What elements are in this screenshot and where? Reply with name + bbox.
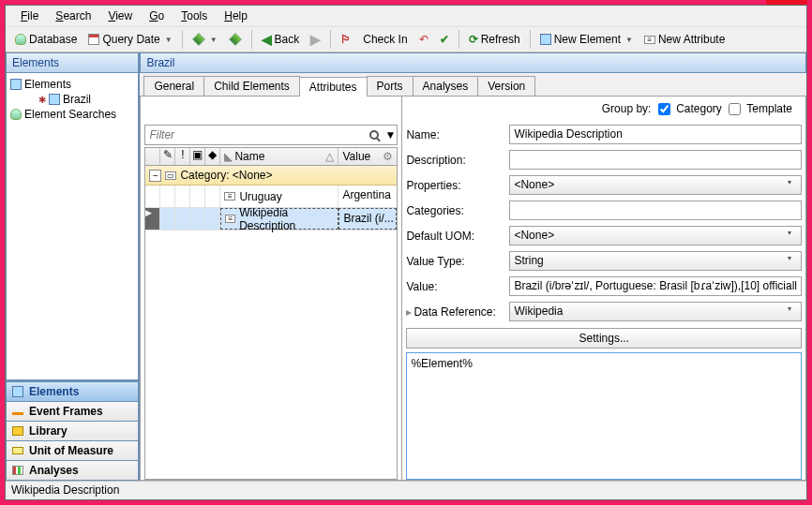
categories-field[interactable] <box>509 201 802 220</box>
tree-element-searches[interactable]: Element Searches <box>8 107 136 122</box>
tab-version[interactable]: Version <box>477 76 535 96</box>
left-column: Elements Elements ✱ Brazil Element Searc… <box>6 52 140 481</box>
statusbar: Wikipedia Description <box>6 481 806 499</box>
tree-root-elements[interactable]: Elements <box>8 77 136 92</box>
element-icon <box>540 34 551 45</box>
checkmark-icon: 🏳 <box>340 33 352 46</box>
tree-item-brazil[interactable]: ✱ Brazil <box>37 92 136 107</box>
col-ref-icon[interactable]: ◆ <box>205 148 220 165</box>
groupby-category-checkbox[interactable] <box>658 103 670 115</box>
nav-library[interactable]: Library <box>7 421 138 440</box>
query-date-button[interactable]: Query Date▼ <box>84 31 175 48</box>
value-field[interactable]: Brazil (i/brəˈzɪl/, Portuguese: Brasil [… <box>509 276 802 296</box>
ruler-icon <box>12 447 23 454</box>
forward-button[interactable]: ▶ <box>307 30 324 49</box>
database-button[interactable]: Database <box>11 31 81 48</box>
attribute-icon: ≡ <box>225 215 235 223</box>
col-lock-icon[interactable]: ! <box>175 148 190 165</box>
left-nav: Elements Event Frames Library Unit of Me… <box>6 380 139 481</box>
valuetype-dropdown[interactable]: String▾ <box>509 251 802 271</box>
dataref-label: Data Reference: <box>414 305 509 319</box>
attribute-icon: ≡ <box>224 192 235 201</box>
dataref-dropdown[interactable]: Wikipedia▾ <box>509 302 802 321</box>
event-frame-icon <box>12 412 23 415</box>
back-button[interactable]: ◀Back <box>258 30 304 49</box>
menu-file[interactable]: File <box>13 7 46 24</box>
menu-search[interactable]: Search <box>48 7 98 24</box>
menu-tools[interactable]: Tools <box>173 7 215 24</box>
element-icon <box>10 79 22 90</box>
table-row[interactable]: ▶ ≡Wikipedia Description Brazil (i/... <box>145 208 397 230</box>
forward-icon: ▶ <box>310 32 321 47</box>
calendar-icon <box>88 34 99 45</box>
refresh-button[interactable]: ⟳Refresh <box>465 31 524 48</box>
element-icon <box>49 94 60 105</box>
filter-input[interactable] <box>145 126 368 144</box>
col-value[interactable]: Value⚙ <box>338 148 397 165</box>
undo-button[interactable]: ↶ <box>415 31 432 48</box>
menu-go[interactable]: Go <box>142 7 172 24</box>
menubar: File Search View Go Tools Help <box>6 6 806 26</box>
modified-icon: ✱ <box>38 95 46 105</box>
new-element-button[interactable]: New Element▼ <box>536 31 637 48</box>
chevron-down-icon: ▾ <box>782 254 797 268</box>
col-name[interactable]: ◣Name△ <box>220 148 338 165</box>
expand-icon[interactable]: ▸ <box>406 305 414 319</box>
nav-forward-small[interactable] <box>225 31 246 48</box>
grid-body: − ▭ Category: <None> ≡Uruguay Argentina … <box>144 166 398 480</box>
left-panel-header: Elements <box>6 52 139 73</box>
collapse-icon[interactable]: − <box>149 170 161 182</box>
menu-view[interactable]: View <box>100 7 140 24</box>
uom-label: Default UOM: <box>406 230 509 243</box>
nav-analyses[interactable]: Analyses <box>7 460 138 480</box>
value-label: Value: <box>406 280 509 293</box>
nav-dropdown[interactable]: ▼ <box>188 31 221 48</box>
tab-general[interactable]: General <box>143 76 204 96</box>
menu-help[interactable]: Help <box>217 7 255 24</box>
content-area: Elements Elements ✱ Brazil Element Searc… <box>6 52 806 481</box>
element-icon <box>12 386 23 397</box>
config-textarea[interactable]: %Element% <box>406 352 802 480</box>
search-icon <box>369 130 379 140</box>
col-pin-icon[interactable]: ✎ <box>160 148 175 165</box>
tabstrip: General Child Elements Attributes Ports … <box>140 73 806 97</box>
library-icon <box>12 426 23 436</box>
category-row[interactable]: − ▭ Category: <None> <box>145 166 397 186</box>
groupby-template-checkbox[interactable] <box>729 103 741 115</box>
tab-ports[interactable]: Ports <box>367 76 414 96</box>
attribute-detail-panel: Group by: Category Template Name:Wikiped… <box>402 97 805 480</box>
elements-tree[interactable]: Elements ✱ Brazil Element Searches <box>6 73 139 380</box>
database-icon <box>15 34 26 45</box>
properties-dropdown[interactable]: <None>▾ <box>509 175 802 195</box>
window-body: File Search View Go Tools Help Database … <box>5 5 807 500</box>
checkin-button[interactable]: Check In <box>359 31 411 48</box>
nav-elements[interactable]: Elements <box>7 381 138 401</box>
description-label: Description: <box>406 154 509 167</box>
group-by-row: Group by: Category Template <box>406 97 802 122</box>
check-icon: ✔ <box>440 33 449 46</box>
uom-dropdown[interactable]: <None>▾ <box>509 226 802 245</box>
table-row[interactable]: ≡Uruguay Argentina <box>145 186 397 208</box>
nav-event-frames[interactable]: Event Frames <box>7 401 138 421</box>
filter-search-button[interactable]: ▼ <box>368 126 397 144</box>
settings-button[interactable]: Settings... <box>406 328 802 349</box>
analyses-icon <box>12 466 23 475</box>
description-field[interactable] <box>509 150 802 170</box>
category-icon: ▭ <box>165 171 176 180</box>
right-column: Brazil General Child Elements Attributes… <box>140 52 806 481</box>
undo-icon: ↶ <box>419 33 429 46</box>
tab-attributes[interactable]: Attributes <box>299 77 368 97</box>
name-field[interactable]: Wikipedia Description <box>509 125 802 144</box>
attribute-list-panel: ▼ ✎ ! ▣ ◆ ◣Name△ Value⚙ − ▭ <box>141 97 402 480</box>
chevron-down-icon: ▾ <box>782 229 797 243</box>
categories-label: Categories: <box>406 204 509 217</box>
checkout-button[interactable]: ✔ <box>436 31 453 48</box>
checkin-icon-button[interactable]: 🏳 <box>337 31 355 48</box>
new-attribute-button[interactable]: ≡New Attribute <box>640 31 729 48</box>
col-type-icon[interactable]: ▣ <box>190 148 205 165</box>
toolbar: Database Query Date▼ ▼ ◀Back ▶ 🏳 Check I… <box>6 26 806 52</box>
tab-analyses[interactable]: Analyses <box>413 76 479 96</box>
tab-child-elements[interactable]: Child Elements <box>203 76 300 96</box>
nav-uom[interactable]: Unit of Measure <box>7 440 138 460</box>
valuetype-label: Value Type: <box>406 255 509 268</box>
